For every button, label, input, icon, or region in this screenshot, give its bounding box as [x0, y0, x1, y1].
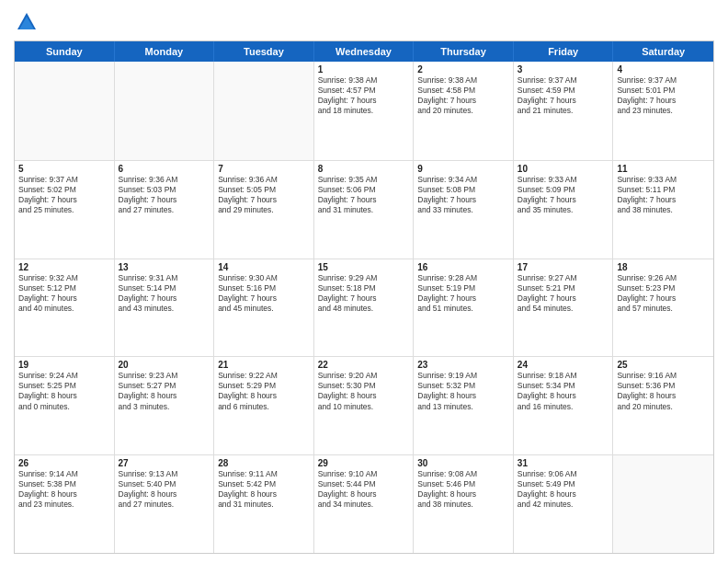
table-row: 2Sunrise: 9:38 AMSunset: 4:58 PMDaylight… [414, 62, 514, 160]
cell-info: Sunrise: 9:18 AMSunset: 5:34 PMDaylight:… [518, 371, 609, 411]
table-row: 12Sunrise: 9:32 AMSunset: 5:12 PMDayligh… [15, 259, 115, 357]
cell-info: Sunrise: 9:14 AMSunset: 5:38 PMDaylight:… [18, 469, 110, 510]
table-row: 1Sunrise: 9:38 AMSunset: 4:57 PMDaylight… [314, 62, 415, 160]
day-number: 14 [218, 262, 310, 272]
cell-info: Sunrise: 9:19 AMSunset: 5:32 PMDaylight:… [417, 371, 509, 411]
day-number: 22 [318, 360, 410, 370]
day-number: 29 [318, 458, 410, 468]
table-row: 14Sunrise: 9:30 AMSunset: 5:16 PMDayligh… [214, 259, 314, 357]
cell-info: Sunrise: 9:20 AMSunset: 5:30 PMDaylight:… [318, 371, 410, 411]
table-row: 10Sunrise: 9:33 AMSunset: 5:09 PMDayligh… [514, 161, 614, 259]
cell-info: Sunrise: 9:37 AMSunset: 5:02 PMDaylight:… [18, 175, 110, 215]
day-number: 1 [318, 64, 410, 75]
table-row: 4Sunrise: 9:37 AMSunset: 5:01 PMDaylight… [613, 62, 713, 160]
day-number: 9 [417, 164, 509, 174]
cell-info: Sunrise: 9:36 AMSunset: 5:03 PMDaylight:… [119, 175, 210, 215]
day-number: 21 [218, 360, 310, 370]
header-day-monday: Monday [115, 41, 215, 62]
logo-icon [14, 9, 40, 35]
day-number: 11 [617, 164, 710, 174]
calendar-row-5: 26Sunrise: 9:14 AMSunset: 5:38 PMDayligh… [15, 454, 713, 553]
day-number: 23 [417, 360, 509, 370]
table-row [613, 455, 713, 553]
cell-info: Sunrise: 9:35 AMSunset: 5:06 PMDaylight:… [318, 175, 410, 215]
cell-info: Sunrise: 9:08 AMSunset: 5:46 PMDaylight:… [417, 469, 509, 510]
cell-info: Sunrise: 9:33 AMSunset: 5:11 PMDaylight:… [617, 175, 710, 215]
cell-info: Sunrise: 9:38 AMSunset: 4:58 PMDaylight:… [417, 75, 509, 116]
day-number: 26 [18, 458, 110, 468]
table-row: 18Sunrise: 9:26 AMSunset: 5:23 PMDayligh… [613, 259, 713, 357]
day-number: 8 [318, 164, 410, 174]
day-number: 28 [218, 458, 310, 468]
cell-info: Sunrise: 9:22 AMSunset: 5:29 PMDaylight:… [218, 371, 310, 411]
header-day-wednesday: Wednesday [314, 41, 415, 62]
day-number: 31 [518, 458, 609, 468]
day-number: 2 [417, 64, 509, 75]
day-number: 17 [518, 262, 609, 272]
table-row: 8Sunrise: 9:35 AMSunset: 5:06 PMDaylight… [314, 161, 415, 259]
cell-info: Sunrise: 9:37 AMSunset: 4:59 PMDaylight:… [518, 75, 609, 116]
day-number: 25 [617, 360, 710, 370]
header [14, 9, 714, 35]
table-row: 16Sunrise: 9:28 AMSunset: 5:19 PMDayligh… [414, 259, 514, 357]
cell-info: Sunrise: 9:23 AMSunset: 5:27 PMDaylight:… [119, 371, 210, 411]
day-number: 27 [119, 458, 210, 468]
table-row: 20Sunrise: 9:23 AMSunset: 5:27 PMDayligh… [115, 357, 215, 454]
day-number: 10 [518, 164, 609, 174]
calendar-row-2: 5Sunrise: 9:37 AMSunset: 5:02 PMDaylight… [15, 160, 713, 259]
day-number: 20 [119, 360, 210, 370]
cell-info: Sunrise: 9:31 AMSunset: 5:14 PMDaylight:… [119, 273, 210, 314]
day-number: 16 [417, 262, 509, 272]
cell-info: Sunrise: 9:33 AMSunset: 5:09 PMDaylight:… [518, 175, 609, 215]
table-row: 17Sunrise: 9:27 AMSunset: 5:21 PMDayligh… [514, 259, 614, 357]
header-day-tuesday: Tuesday [214, 41, 314, 62]
table-row: 19Sunrise: 9:24 AMSunset: 5:25 PMDayligh… [15, 357, 115, 454]
calendar-row-3: 12Sunrise: 9:32 AMSunset: 5:12 PMDayligh… [15, 259, 713, 357]
day-number: 30 [417, 458, 509, 468]
table-row: 22Sunrise: 9:20 AMSunset: 5:30 PMDayligh… [314, 357, 415, 454]
cell-info: Sunrise: 9:32 AMSunset: 5:12 PMDaylight:… [18, 273, 110, 314]
table-row: 28Sunrise: 9:11 AMSunset: 5:42 PMDayligh… [214, 455, 314, 553]
table-row: 30Sunrise: 9:08 AMSunset: 5:46 PMDayligh… [414, 455, 514, 553]
table-row: 9Sunrise: 9:34 AMSunset: 5:08 PMDaylight… [414, 161, 514, 259]
cell-info: Sunrise: 9:34 AMSunset: 5:08 PMDaylight:… [417, 175, 509, 215]
calendar-row-1: 1Sunrise: 9:38 AMSunset: 4:57 PMDaylight… [15, 62, 713, 160]
table-row [214, 62, 314, 160]
logo [14, 9, 43, 35]
header-day-sunday: Sunday [15, 41, 115, 62]
table-row: 24Sunrise: 9:18 AMSunset: 5:34 PMDayligh… [514, 357, 614, 454]
day-number: 6 [119, 164, 210, 174]
table-row: 3Sunrise: 9:37 AMSunset: 4:59 PMDaylight… [514, 62, 614, 160]
day-number: 15 [318, 262, 410, 272]
table-row: 13Sunrise: 9:31 AMSunset: 5:14 PMDayligh… [115, 259, 215, 357]
day-number: 7 [218, 164, 310, 174]
day-number: 24 [518, 360, 609, 370]
calendar-body: 1Sunrise: 9:38 AMSunset: 4:57 PMDaylight… [15, 62, 713, 553]
page: SundayMondayTuesdayWednesdayThursdayFrid… [0, 0, 728, 563]
day-number: 13 [119, 262, 210, 272]
day-number: 3 [518, 64, 609, 75]
cell-info: Sunrise: 9:06 AMSunset: 5:49 PMDaylight:… [518, 469, 609, 510]
cell-info: Sunrise: 9:24 AMSunset: 5:25 PMDaylight:… [18, 371, 110, 411]
cell-info: Sunrise: 9:10 AMSunset: 5:44 PMDaylight:… [318, 469, 410, 510]
table-row: 21Sunrise: 9:22 AMSunset: 5:29 PMDayligh… [214, 357, 314, 454]
table-row: 6Sunrise: 9:36 AMSunset: 5:03 PMDaylight… [115, 161, 215, 259]
table-row: 7Sunrise: 9:36 AMSunset: 5:05 PMDaylight… [214, 161, 314, 259]
header-day-saturday: Saturday [613, 41, 713, 62]
cell-info: Sunrise: 9:30 AMSunset: 5:16 PMDaylight:… [218, 273, 310, 314]
day-number: 18 [617, 262, 710, 272]
table-row: 31Sunrise: 9:06 AMSunset: 5:49 PMDayligh… [514, 455, 614, 553]
cell-info: Sunrise: 9:16 AMSunset: 5:36 PMDaylight:… [617, 371, 710, 411]
table-row: 5Sunrise: 9:37 AMSunset: 5:02 PMDaylight… [15, 161, 115, 259]
table-row [15, 62, 115, 160]
cell-info: Sunrise: 9:27 AMSunset: 5:21 PMDaylight:… [518, 273, 609, 314]
header-day-friday: Friday [514, 41, 614, 62]
day-number: 12 [18, 262, 110, 272]
table-row: 27Sunrise: 9:13 AMSunset: 5:40 PMDayligh… [115, 455, 215, 553]
cell-info: Sunrise: 9:13 AMSunset: 5:40 PMDaylight:… [119, 469, 210, 510]
table-row: 11Sunrise: 9:33 AMSunset: 5:11 PMDayligh… [613, 161, 713, 259]
calendar-row-4: 19Sunrise: 9:24 AMSunset: 5:25 PMDayligh… [15, 356, 713, 454]
table-row: 26Sunrise: 9:14 AMSunset: 5:38 PMDayligh… [15, 455, 115, 553]
table-row [115, 62, 215, 160]
header-day-thursday: Thursday [414, 41, 514, 62]
